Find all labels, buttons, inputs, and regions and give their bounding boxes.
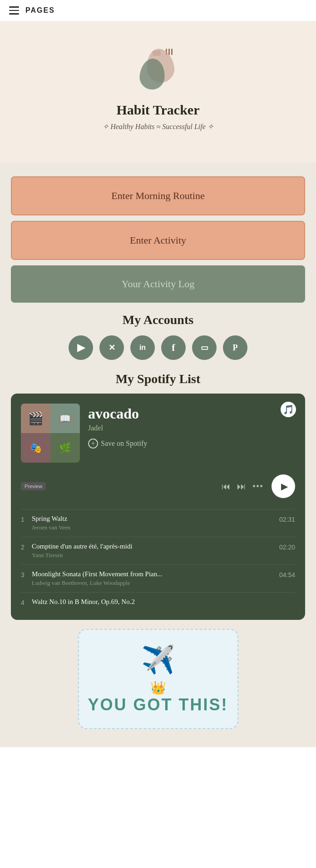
twitter-x-icon[interactable]: ✕ [99,335,124,360]
track-number: 3 [21,570,32,579]
playlist-artist: Jadel [88,424,295,432]
youtube-icon[interactable]: ▶ [69,335,93,360]
linkedin-icon[interactable]: in [130,335,155,360]
pinterest-icon[interactable]: P [223,335,247,360]
track-list: 1 Spring Waltz Jeroen van Veen 02:31 2 C… [11,505,305,620]
track-info: Spring Waltz Jeroen van Veen [32,515,279,531]
hero-section: Habit Tracker ✧ Healthy Habits ≈ Success… [0,21,316,163]
social-icons-row: ▶ ✕ in f ▭ P [69,335,247,360]
enter-activity-button[interactable]: Enter Activity [11,221,305,260]
album-cover-1 [21,404,50,433]
main-content: Enter Morning Routine Enter Activity You… [0,163,316,747]
spotify-header: avocado Jadel + Save on Spotify 🎵 [11,394,305,470]
track-artist: Jeroen van Veen [32,524,279,531]
track-number: 2 [21,543,32,551]
page-title: Habit Tracker [116,102,199,118]
habit-tracker-icon [135,49,181,90]
track-duration: 04:54 [279,570,295,579]
hero-subtitle: ✧ Healthy Habits ≈ Successful Life ✧ [103,122,213,131]
track-item[interactable]: 1 Spring Waltz Jeroen van Veen 02:31 [21,509,295,537]
skip-back-button[interactable]: ⏮ [222,481,231,492]
header-title: PAGES [25,6,55,15]
play-icon: ▶ [281,481,288,492]
spotify-card: avocado Jadel + Save on Spotify 🎵 Previe… [11,394,305,620]
track-item[interactable]: 2 Comptine d'un autre été, l'après-midi … [21,537,295,564]
track-name: Waltz No.10 in B Minor, Op.69, No.2 [32,598,295,606]
facebook-icon[interactable]: f [161,335,186,360]
track-artist: Yann Tiersen [32,552,279,559]
instagram-icon[interactable]: ▭ [192,335,217,360]
track-number: 4 [21,598,32,606]
track-name: Comptine d'un autre été, l'après-midi [32,543,279,550]
spotify-logo: 🎵 [281,402,296,417]
skip-forward-button[interactable]: ⏭ [237,481,246,492]
spotify-controls: Preview ⏮ ⏭ ••• ▶ [11,470,305,505]
plus-circle-icon: + [88,439,98,449]
track-artist: Ludwig van Beethoven, Luke Woodapple [32,579,279,587]
activity-log-button[interactable]: Your Activity Log [11,265,305,303]
paper-plane-icon: ✈️ [88,644,228,676]
album-covers [21,404,80,463]
app-header: PAGES [0,0,316,21]
spotify-info: avocado Jadel + Save on Spotify [88,404,295,449]
track-item[interactable]: 4 Waltz No.10 in B Minor, Op.69, No.2 [21,592,295,613]
track-duration: 02:20 [279,543,295,551]
crown-icon: 👑 [88,680,228,695]
accounts-title: My Accounts [123,313,193,327]
album-cover-2 [50,404,80,433]
menu-button[interactable] [9,6,19,15]
track-name: Moonlight Sonata (First Movement from Pi… [32,570,279,578]
track-info: Comptine d'un autre été, l'après-midi Ya… [32,543,279,559]
play-button[interactable]: ▶ [272,474,295,498]
track-info: Moonlight Sonata (First Movement from Pi… [32,570,279,587]
track-number: 1 [21,515,32,523]
morning-routine-button[interactable]: Enter Morning Routine [11,176,305,215]
track-name: Spring Waltz [32,515,279,523]
spotify-logo-icon: 🎵 [283,404,294,415]
preview-badge: Preview [21,482,46,490]
album-cover-4 [50,433,80,463]
playlist-name: avocado [88,405,295,422]
album-cover-3 [21,433,50,463]
track-item[interactable]: 3 Moonlight Sonata (First Movement from … [21,564,295,592]
track-info: Waltz No.10 in B Minor, Op.69, No.2 [32,598,295,607]
more-options-button[interactable]: ••• [252,481,263,492]
banner-text: YOU GOT THIS! [88,695,228,714]
spotify-section-title: My Spotify List [116,372,201,386]
motivational-banner: ✈️ 👑 YOU GOT THIS! [78,629,238,729]
save-spotify-button[interactable]: + Save on Spotify [88,439,295,449]
track-duration: 02:31 [279,515,295,523]
